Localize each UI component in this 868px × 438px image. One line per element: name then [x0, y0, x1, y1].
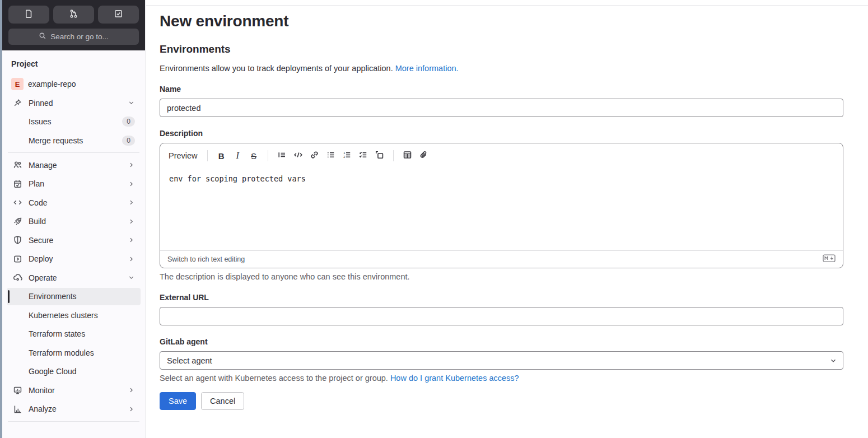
- manage-label: Manage: [29, 161, 122, 170]
- name-input[interactable]: [160, 99, 843, 117]
- bold-button[interactable]: B: [214, 148, 229, 163]
- name-label: Name: [160, 85, 843, 94]
- save-button[interactable]: Save: [160, 392, 196, 410]
- agent-select-value: Select agent: [167, 356, 212, 365]
- environments-section-title: Environments: [160, 43, 843, 55]
- bullet-list-button[interactable]: [323, 148, 338, 163]
- chevron-down-icon: [128, 99, 135, 106]
- markdown-icon: [823, 254, 836, 264]
- sidebar-item-secure[interactable]: Secure: [7, 231, 141, 249]
- sidebar-item-build[interactable]: Build: [7, 213, 141, 230]
- preview-button[interactable]: Preview: [167, 149, 201, 162]
- monitor-label: Monitor: [29, 386, 122, 395]
- secure-label: Secure: [29, 236, 122, 245]
- sidebar-header: Search or go to...: [2, 0, 145, 50]
- chart-icon: [12, 404, 22, 414]
- toolbar-divider: [268, 150, 268, 161]
- sidebar-item-project[interactable]: E example-repo: [7, 76, 141, 93]
- sidebar-item-operate[interactable]: Operate: [7, 269, 141, 286]
- sidebar-item-plan[interactable]: Plan: [7, 175, 141, 193]
- quote-button[interactable]: [274, 148, 290, 163]
- sidebar-item-monitor[interactable]: Monitor: [7, 381, 141, 399]
- task-list-button[interactable]: [356, 148, 371, 163]
- deploy-label: Deploy: [29, 254, 122, 263]
- chevron-right-icon: [128, 161, 135, 169]
- agent-select[interactable]: Select agent: [160, 351, 843, 370]
- terraform-modules-label: Terraform modules: [29, 348, 135, 357]
- sidebar-item-deploy[interactable]: Deploy: [7, 250, 141, 268]
- merge-request-icon: [69, 9, 78, 20]
- sidebar-divider: [8, 421, 139, 422]
- sidebar-item-merge-requests[interactable]: Merge requests 0: [7, 132, 141, 149]
- strikethrough-button[interactable]: S: [246, 148, 262, 163]
- kubernetes-clusters-label: Kubernetes clusters: [29, 311, 135, 320]
- ordered-list-button[interactable]: 12: [339, 148, 354, 163]
- markdown-toolbar: Preview B I S 12: [160, 143, 843, 168]
- intro-text: Environments allow you to track deployme…: [160, 64, 393, 73]
- sidebar-item-pinned[interactable]: Pinned: [7, 94, 141, 111]
- main-content: New environment Environments Environment…: [146, 0, 868, 438]
- sidebar-item-terraform-states[interactable]: Terraform states: [7, 325, 141, 343]
- bullet-list-icon: [326, 150, 335, 161]
- code-button[interactable]: [291, 148, 306, 163]
- table-button[interactable]: [400, 148, 415, 163]
- svg-text:2: 2: [343, 155, 345, 159]
- sidebar-item-analyze[interactable]: Analyze: [7, 400, 141, 418]
- code-icon: [293, 150, 303, 161]
- merge-requests-count-badge: 0: [122, 136, 135, 146]
- task-list-icon: [358, 150, 368, 161]
- link-button[interactable]: [307, 148, 322, 163]
- collapsible-section-button[interactable]: [372, 148, 387, 163]
- project-name: example-repo: [28, 80, 135, 88]
- sidebar-item-code[interactable]: Code: [7, 194, 141, 211]
- more-information-link[interactable]: More information.: [395, 64, 459, 73]
- build-label: Build: [29, 217, 122, 226]
- table-icon: [403, 150, 412, 161]
- merge-requests-shortcut-button[interactable]: [53, 6, 94, 24]
- chevron-right-icon: [128, 218, 135, 225]
- markdown-editor: Preview B I S 12: [160, 143, 843, 268]
- todos-shortcut-button[interactable]: [98, 6, 139, 24]
- chevron-down-icon: [128, 274, 135, 281]
- svg-text:1: 1: [343, 151, 345, 155]
- attachment-icon: [419, 150, 428, 161]
- code-icon: [12, 198, 22, 207]
- description-help-text: The description is displayed to anyone w…: [160, 272, 843, 281]
- search-input[interactable]: Search or go to...: [8, 29, 139, 45]
- cancel-button[interactable]: Cancel: [201, 392, 244, 410]
- kubernetes-access-link[interactable]: How do I grant Kubernetes access?: [390, 374, 519, 383]
- attach-file-button[interactable]: [416, 148, 431, 163]
- gitlab-agent-label: GitLab agent: [160, 337, 843, 346]
- switch-rich-text-button[interactable]: Switch to rich text editing: [167, 255, 245, 263]
- operate-label: Operate: [29, 273, 122, 282]
- sidebar-item-google-cloud[interactable]: Google Cloud: [7, 363, 141, 380]
- markdown-editor-footer: Switch to rich text editing: [160, 250, 843, 268]
- deploy-icon: [12, 254, 22, 264]
- terraform-states-label: Terraform states: [29, 329, 135, 338]
- plan-label: Plan: [29, 179, 122, 188]
- italic-button[interactable]: I: [230, 148, 245, 163]
- link-icon: [310, 150, 319, 161]
- chevron-right-icon: [128, 199, 135, 206]
- description-textarea[interactable]: env for scoping protected vars: [160, 168, 843, 250]
- sidebar: Search or go to... Project E example-rep…: [2, 0, 146, 438]
- external-url-input[interactable]: [160, 307, 843, 325]
- bold-icon: B: [218, 151, 225, 161]
- sidebar-item-kubernetes-clusters[interactable]: Kubernetes clusters: [7, 306, 141, 324]
- search-label: Search or go to...: [50, 32, 109, 41]
- todo-check-icon: [114, 9, 123, 20]
- chevron-down-icon: [829, 357, 837, 365]
- chevron-right-icon: [128, 255, 135, 263]
- issues-icon: [24, 9, 34, 20]
- collapsible-section-icon: [375, 150, 384, 161]
- page-title: New environment: [160, 12, 843, 30]
- issues-shortcut-button[interactable]: [8, 6, 49, 24]
- issues-count-badge: 0: [122, 117, 135, 127]
- sidebar-item-issues[interactable]: Issues 0: [7, 113, 141, 131]
- sidebar-item-environments[interactable]: Environments: [7, 288, 141, 305]
- shield-icon: [12, 235, 22, 245]
- analyze-label: Analyze: [29, 404, 122, 413]
- sidebar-item-terraform-modules[interactable]: Terraform modules: [7, 344, 141, 361]
- ordered-list-icon: 12: [342, 150, 352, 161]
- sidebar-item-manage[interactable]: Manage: [7, 156, 141, 174]
